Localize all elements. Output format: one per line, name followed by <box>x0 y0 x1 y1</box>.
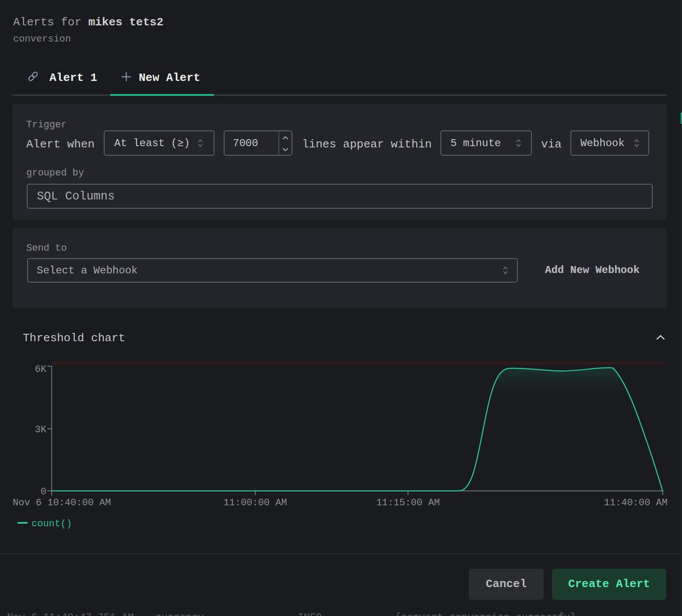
svg-text:count(): count() <box>32 518 72 529</box>
svg-text:11:00:00 AM: 11:00:00 AM <box>223 497 287 508</box>
svg-text:Nov 6 10:40:00 AM: Nov 6 10:40:00 AM <box>13 497 111 508</box>
svg-text:0: 0 <box>41 486 46 497</box>
svg-text:11:40:00 AM: 11:40:00 AM <box>604 497 668 508</box>
svg-text:6K: 6K <box>35 364 47 375</box>
svg-text:3K: 3K <box>35 424 47 435</box>
svg-text:11:15:00 AM: 11:15:00 AM <box>376 497 439 508</box>
